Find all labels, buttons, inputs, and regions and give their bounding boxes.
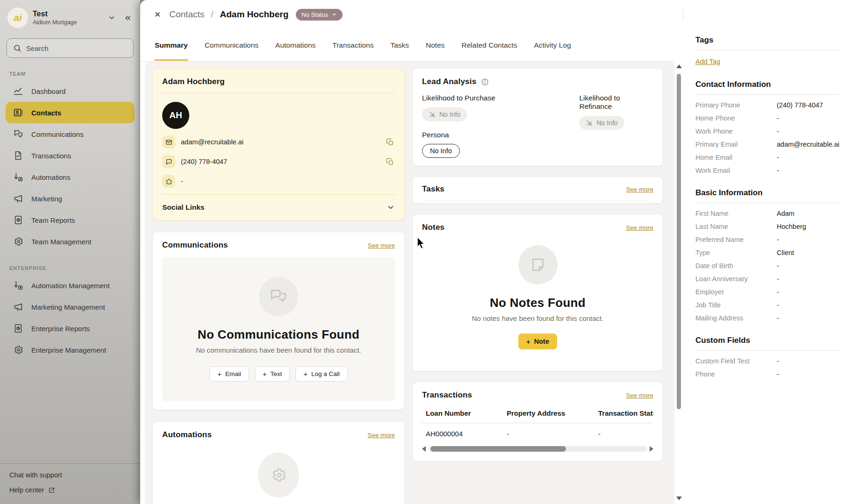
sidebar-item-contacts[interactable]: Contacts bbox=[6, 102, 135, 123]
page-title: Adam Hochberg bbox=[220, 9, 289, 20]
sidebar-item-dashboard[interactable]: Dashboard bbox=[6, 80, 135, 102]
refinance-no-info-pill: No Info bbox=[579, 116, 624, 130]
contact-information-section: Contact Information Primary Phone(240) 7… bbox=[695, 80, 840, 174]
tags-section: Tags Add Tag bbox=[695, 35, 840, 66]
plus-icon: + bbox=[303, 370, 308, 377]
copy-icon[interactable] bbox=[385, 157, 395, 167]
table-row[interactable]: AH0000004 - - bbox=[422, 423, 653, 442]
org-switcher[interactable]: ai Test Aidium Mortgage bbox=[0, 0, 140, 31]
info-icon[interactable] bbox=[481, 78, 489, 86]
communications-empty-state: No Communications Found No communication… bbox=[162, 257, 395, 401]
close-icon[interactable]: ✕ bbox=[152, 8, 163, 21]
scroll-up-icon[interactable] bbox=[676, 64, 682, 68]
horizontal-scroll-thumb[interactable] bbox=[430, 446, 566, 452]
info-row: Custom Field Test- bbox=[695, 358, 840, 365]
notes-card: Notes See more No Notes Found No notes h… bbox=[412, 214, 663, 371]
vertical-scroll-track[interactable] bbox=[674, 68, 683, 497]
sidebar-item-transactions[interactable]: Transactions bbox=[6, 145, 135, 166]
help-center-link[interactable]: Help center bbox=[9, 486, 131, 494]
org-subtitle: Aidium Mortgage bbox=[33, 19, 101, 26]
plus-icon: + bbox=[263, 370, 267, 377]
tab-communications[interactable]: Communications bbox=[204, 30, 259, 61]
contact-address: - bbox=[181, 177, 395, 185]
info-row: First NameAdam bbox=[695, 210, 840, 217]
info-row: Home Email- bbox=[695, 154, 840, 161]
scroll-left-icon[interactable] bbox=[422, 446, 426, 452]
info-row: Job Title- bbox=[695, 302, 840, 309]
tab-tasks[interactable]: Tasks bbox=[390, 30, 409, 61]
custom-fields-section: Custom Fields Custom Field Test- Phone- bbox=[695, 336, 840, 378]
tab-activity-log[interactable]: Activity Log bbox=[533, 30, 571, 61]
sms-icon bbox=[162, 155, 175, 168]
contact-drawer: ✕ Contacts / Adam Hochberg No Status ⋯ E… bbox=[140, 0, 852, 504]
scroll-right-icon[interactable] bbox=[650, 446, 653, 452]
add-note-button[interactable]: + Note bbox=[518, 334, 557, 349]
sidebar-item-enterprise-management[interactable]: Enterprise Management bbox=[6, 339, 135, 361]
sidebar-item-enterprise-reports[interactable]: Enterprise Reports bbox=[6, 318, 135, 339]
horizontal-scroll-track[interactable] bbox=[429, 446, 647, 452]
external-link-icon bbox=[48, 487, 55, 494]
property-address-cell: - bbox=[503, 423, 594, 442]
social-links-toggle[interactable]: Social Links bbox=[162, 203, 395, 212]
contact-phone: (240) 778-4047 bbox=[181, 158, 379, 165]
tab-transactions[interactable]: Transactions bbox=[332, 30, 374, 61]
contact-tabs: Summary Communications Automations Trans… bbox=[140, 29, 674, 62]
collapse-sidebar-icon[interactable] bbox=[122, 12, 134, 24]
transactions-icon bbox=[13, 150, 23, 161]
summary-content: Adam Hochberg AH adam@recruitable.ai (24… bbox=[145, 62, 674, 504]
reports-icon bbox=[13, 215, 23, 225]
sidebar-item-automation-management[interactable]: Automation Management bbox=[6, 275, 135, 296]
sidebar-item-team-management[interactable]: Team Management bbox=[6, 231, 135, 252]
contact-details-panel: Tags Add Tag Contact Information Primary… bbox=[683, 0, 852, 504]
sidebar-item-automations[interactable]: Automations bbox=[6, 166, 135, 188]
add-text-button[interactable]: + Text bbox=[255, 366, 290, 382]
tab-notes[interactable]: Notes bbox=[425, 30, 445, 61]
likelihood-refinance-label: Likelihood to Refinance bbox=[579, 94, 653, 111]
marketing-icon bbox=[13, 193, 23, 204]
sidebar-footer: Chat with support Help center bbox=[0, 463, 140, 504]
chat-with-support-link[interactable]: Chat with support bbox=[9, 471, 131, 479]
home-icon bbox=[162, 175, 175, 188]
tab-related-contacts[interactable]: Related Contacts bbox=[461, 30, 518, 61]
tasks-see-more-link[interactable]: See more bbox=[626, 186, 653, 193]
info-row: Loan Anniversary- bbox=[695, 276, 840, 283]
info-row: TypeClient bbox=[695, 249, 840, 256]
automations-see-more-link[interactable]: See more bbox=[367, 432, 395, 439]
sidebar-item-marketing-management[interactable]: Marketing Management bbox=[6, 296, 135, 318]
status-dropdown[interactable]: No Status bbox=[296, 9, 343, 21]
info-row: Home Phone- bbox=[695, 115, 840, 122]
tab-automations[interactable]: Automations bbox=[275, 30, 316, 61]
basic-information-section: Basic Information First NameAdam Last Na… bbox=[695, 188, 840, 322]
transactions-see-more-link[interactable]: See more bbox=[626, 392, 653, 399]
chevron-down-icon[interactable] bbox=[106, 12, 117, 23]
search-box[interactable] bbox=[7, 38, 134, 58]
scroll-down-icon[interactable] bbox=[676, 497, 682, 500]
sidebar-item-team-reports[interactable]: Team Reports bbox=[6, 209, 135, 231]
sidebar-item-communications[interactable]: Communications bbox=[6, 123, 135, 145]
transactions-card: Transactions See more Loan Number Proper… bbox=[412, 382, 663, 461]
copy-icon[interactable] bbox=[385, 137, 395, 147]
loan-number-cell: AH0000004 bbox=[422, 423, 503, 442]
sidebar-item-marketing[interactable]: Marketing bbox=[6, 188, 135, 209]
communications-see-more-link[interactable]: See more bbox=[367, 242, 395, 249]
info-row: Work Email- bbox=[695, 167, 840, 174]
notes-empty-state: No Notes Found No notes have been found … bbox=[422, 232, 653, 362]
horizontal-scrollbar bbox=[422, 446, 653, 452]
notes-see-more-link[interactable]: See more bbox=[626, 224, 653, 231]
vertical-scroll-thumb[interactable] bbox=[677, 74, 681, 409]
contact-email-row: adam@recruitable.ai bbox=[162, 135, 395, 149]
marketing-icon bbox=[13, 302, 23, 312]
search-input[interactable] bbox=[26, 44, 127, 52]
sidebar: ai Test Aidium Mortgage TEAM Dashboard C… bbox=[0, 0, 140, 504]
breadcrumb[interactable]: Contacts bbox=[169, 9, 204, 20]
column-header: Property Address bbox=[503, 405, 594, 423]
plus-icon: + bbox=[526, 338, 530, 345]
add-tag-link[interactable]: Add Tag bbox=[695, 58, 720, 65]
tab-summary[interactable]: Summary bbox=[154, 30, 188, 61]
nav-section-enterprise: ENTERPRISE bbox=[9, 265, 140, 271]
add-email-button[interactable]: + Email bbox=[209, 366, 249, 382]
info-row: Primary Emailadam@recruitable.ai bbox=[695, 141, 840, 148]
log-a-call-button[interactable]: + Log a Call bbox=[295, 366, 348, 382]
likelihood-purchase-label: Likelihood to Purchase bbox=[422, 94, 579, 102]
column-header: Loan Number bbox=[422, 405, 503, 423]
